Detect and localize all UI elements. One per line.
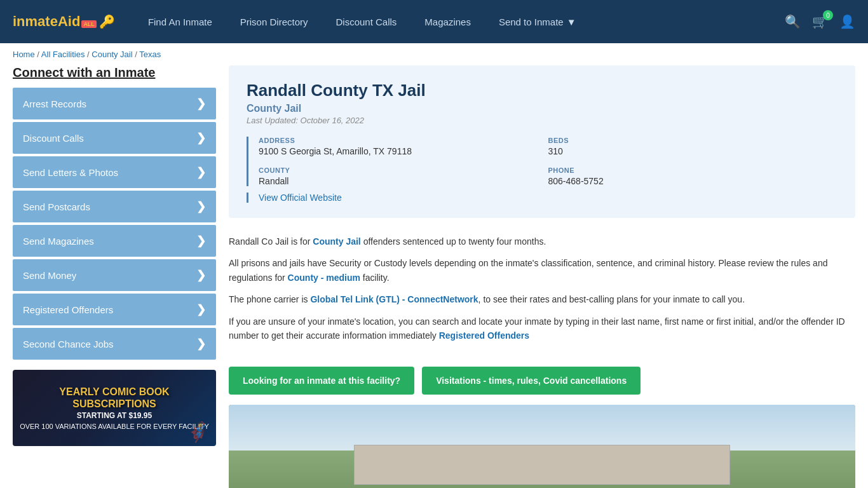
arrow-icon: ❯ (196, 234, 206, 248)
sidebar-item-send-money[interactable]: Send Money ❯ (13, 259, 216, 291)
arrow-icon: ❯ (196, 165, 206, 179)
arrow-icon: ❯ (196, 302, 206, 316)
sidebar-item-label: Send Postcards (23, 201, 90, 212)
desc-p1: Randall Co Jail is for County Jail offen… (229, 234, 855, 248)
facility-details: ADDRESS 9100 S Georgia St, Amarillo, TX … (247, 137, 837, 186)
county-label: COUNTY (259, 166, 548, 174)
nav-send-to-inmate[interactable]: Send to Inmate ▼ (485, 0, 590, 43)
cart-wrap[interactable]: 🛒 0 (812, 14, 828, 29)
breadcrumb-texas[interactable]: Texas (139, 50, 161, 59)
visitations-button[interactable]: Visitations - times, rules, Covid cancel… (422, 367, 641, 395)
sidebar-item-label: Arrest Records (23, 98, 86, 109)
sidebar-item-send-postcards[interactable]: Send Postcards ❯ (13, 191, 216, 222)
breadcrumb-county-jail[interactable]: County Jail (92, 50, 132, 59)
county-medium-link[interactable]: County - medium (288, 273, 360, 283)
phone-label: PHONE (548, 166, 838, 174)
facility-updated: Last Updated: October 16, 2022 (247, 116, 837, 125)
desc-p2: All prisons and jails have Security or C… (229, 256, 855, 285)
desc-p3: The phone carrier is Global Tel Link (GT… (229, 292, 855, 306)
address-label: ADDRESS (259, 137, 548, 144)
ad-hero-icon: 🦸 (186, 421, 210, 443)
facility-card: Randall County TX Jail County Jail Last … (229, 65, 855, 218)
sidebar-item-send-letters[interactable]: Send Letters & Photos ❯ (13, 156, 216, 188)
desc-p4: If you are unsure of your inmate's locat… (229, 315, 855, 343)
sidebar-item-label: Send Magazines (23, 236, 94, 247)
arrow-icon: ❯ (196, 200, 206, 214)
breadcrumb: Home / All Facilities / County Jail / Te… (0, 43, 868, 65)
logo-icon: 🔑 (99, 14, 115, 29)
user-icon[interactable]: 👤 (839, 14, 855, 29)
sidebar-item-registered-offenders[interactable]: Registered Offenders ❯ (13, 294, 216, 325)
nav-prison-directory[interactable]: Prison Directory (226, 0, 322, 43)
arrow-icon: ❯ (196, 97, 206, 111)
logo-text: inmateAidALL (13, 13, 97, 30)
find-inmate-button[interactable]: Looking for an inmate at this facility? (229, 367, 414, 395)
cart-badge: 0 (823, 10, 833, 20)
phone-block: PHONE 806-468-5752 (548, 166, 838, 186)
arrow-icon: ❯ (196, 131, 206, 145)
sidebar-item-label: Send Letters & Photos (23, 167, 118, 178)
nav-links: Find An Inmate Prison Directory Discount… (134, 0, 785, 43)
address-block: ADDRESS 9100 S Georgia St, Amarillo, TX … (259, 137, 548, 156)
sidebar-item-discount-calls[interactable]: Discount Calls ❯ (13, 122, 216, 154)
sidebar-item-second-chance-jobs[interactable]: Second Chance Jobs ❯ (13, 328, 216, 360)
registered-offenders-link[interactable]: Registered Offenders (439, 330, 529, 341)
photo-sky (229, 405, 855, 451)
official-website-link[interactable]: View Official Website (259, 193, 342, 203)
nav-discount-calls[interactable]: Discount Calls (322, 0, 410, 43)
sidebar-title: Connect with an Inmate (13, 65, 216, 80)
send-dropdown-arrow: ▼ (567, 17, 576, 27)
action-buttons: Looking for an inmate at this facility? … (229, 367, 855, 395)
sidebar-item-arrest-records[interactable]: Arrest Records ❯ (13, 88, 216, 119)
address-value: 9100 S Georgia St, Amarillo, TX 79118 (259, 146, 548, 156)
nav-right: 🔍 🛒 0 👤 (785, 14, 855, 29)
sidebar-item-label: Discount Calls (23, 133, 84, 144)
sidebar-ad[interactable]: YEARLY COMIC BOOKSUBSCRIPTIONS STARTING … (13, 370, 216, 446)
photo-building (354, 445, 730, 485)
sidebar-item-label: Second Chance Jobs (23, 339, 114, 349)
sidebar-item-label: Registered Offenders (23, 304, 113, 315)
arrow-icon: ❯ (196, 337, 206, 351)
county-value: Randall (259, 176, 548, 186)
facility-type: County Jail (247, 103, 837, 114)
main-layout: Connect with an Inmate Arrest Records ❯ … (0, 65, 868, 488)
sidebar: Connect with an Inmate Arrest Records ❯ … (13, 65, 216, 488)
breadcrumb-all-facilities[interactable]: All Facilities (41, 50, 85, 59)
facility-name: Randall County TX Jail (247, 81, 837, 100)
navbar: inmateAidALL 🔑 Find An Inmate Prison Dir… (0, 0, 868, 43)
facility-photo (229, 405, 855, 488)
ad-title: YEARLY COMIC BOOKSUBSCRIPTIONS (59, 386, 169, 410)
beds-block: BEDS 310 (548, 137, 838, 156)
breadcrumb-home[interactable]: Home (13, 50, 35, 59)
sidebar-item-label: Send Money (23, 270, 76, 281)
ad-subtitle: OVER 100 VARIATIONS AVAILABLE FOR EVERY … (20, 423, 209, 430)
website-link-block: View Official Website (247, 193, 837, 203)
site-logo[interactable]: inmateAidALL 🔑 (13, 13, 115, 30)
search-icon[interactable]: 🔍 (785, 14, 801, 29)
nav-find-inmate[interactable]: Find An Inmate (134, 0, 226, 43)
main-content: Randall County TX Jail County Jail Last … (229, 65, 855, 488)
sidebar-menu: Arrest Records ❯ Discount Calls ❯ Send L… (13, 88, 216, 360)
beds-value: 310 (548, 146, 838, 156)
beds-label: BEDS (548, 137, 838, 144)
county-jail-link[interactable]: County Jail (313, 236, 360, 247)
gtl-link[interactable]: Global Tel Link (GTL) - ConnectNetwork (310, 294, 478, 304)
county-block: COUNTY Randall (259, 166, 548, 186)
facility-description: Randall Co Jail is for County Jail offen… (229, 228, 855, 356)
sidebar-item-send-magazines[interactable]: Send Magazines ❯ (13, 225, 216, 257)
nav-magazines[interactable]: Magazines (410, 0, 485, 43)
ad-price: STARTING AT $19.95 (77, 411, 152, 420)
phone-value: 806-468-5752 (548, 176, 838, 186)
arrow-icon: ❯ (196, 268, 206, 282)
